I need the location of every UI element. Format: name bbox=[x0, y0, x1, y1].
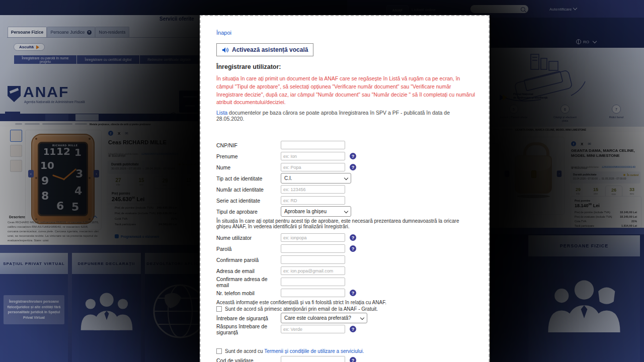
next-image-button[interactable]: › bbox=[557, 170, 561, 177]
help-icon[interactable]: ? bbox=[350, 245, 356, 252]
nume-label: Nume bbox=[216, 164, 281, 170]
panel-title-declaratii[interactable]: DEPUNERE DECLARAȚII bbox=[72, 253, 141, 274]
confirmare-parola-input[interactable] bbox=[281, 255, 345, 264]
parola-input[interactable] bbox=[281, 244, 345, 253]
tip-act-select[interactable]: C.I. bbox=[281, 173, 351, 184]
chevron-down-icon bbox=[344, 209, 348, 213]
numar-act-input[interactable] bbox=[281, 185, 345, 194]
speaker-icon bbox=[222, 47, 229, 53]
facebook-icon[interactable]: f bbox=[108, 131, 113, 136]
chevron-down-icon bbox=[360, 315, 364, 319]
people-group-icon bbox=[79, 288, 134, 331]
help-icon[interactable]: ? bbox=[350, 153, 356, 159]
search-icon bbox=[521, 7, 525, 12]
panel-title-spv[interactable]: SPAȚIUL PRIVAT VIRTUAL bbox=[0, 253, 68, 274]
help-icon[interactable]: ? bbox=[350, 290, 356, 296]
tab-persoane-fizice[interactable]: Persoane Fizice bbox=[8, 27, 47, 37]
start-price-value: 18.14000 Lei bbox=[575, 203, 641, 208]
play-icon bbox=[36, 45, 39, 49]
app-name: Licitații online bbox=[412, 8, 436, 12]
list-link[interactable]: Lista bbox=[216, 110, 227, 116]
raspuns-input[interactable] bbox=[281, 325, 345, 333]
duration-dates: 01.04.2026 - 07:00:00 → 01.05.2026 - 07:… bbox=[573, 177, 640, 180]
status-badge: În curând bbox=[623, 173, 638, 176]
nav-item[interactable] bbox=[45, 114, 68, 121]
serie-act-input[interactable] bbox=[281, 196, 345, 205]
help-icon[interactable]: ? bbox=[350, 326, 356, 332]
next-image-button[interactable]: › bbox=[94, 170, 99, 177]
email-optin-row: Sunt de acord să primesc atenționări pri… bbox=[216, 306, 473, 312]
terms-checkbox[interactable] bbox=[216, 348, 222, 354]
list-line: Lista documentelor pe baza cărora se poa… bbox=[216, 110, 473, 122]
confirmare-parola-label: Confirmare parolă bbox=[216, 257, 281, 263]
cnp-input[interactable] bbox=[281, 141, 345, 149]
registration-form: CNP/NIF Prenume? Nume? Tip act de identi… bbox=[216, 141, 473, 362]
facebook-icon[interactable]: f bbox=[571, 141, 576, 146]
listen-button[interactable]: Ascultă bbox=[14, 43, 45, 51]
product-id-value[interactable]: 1260035571000000060024 bbox=[141, 152, 178, 155]
cod-validare-input[interactable] bbox=[281, 356, 345, 362]
prenume-input[interactable] bbox=[281, 152, 345, 160]
thumbnail-3[interactable] bbox=[10, 160, 22, 172]
warning-text: În situația în care ați primit un docume… bbox=[216, 75, 475, 107]
thumbnail-3[interactable] bbox=[491, 161, 499, 169]
intrebare-label: Întrebare de siguranță bbox=[216, 315, 281, 321]
language-selector[interactable]: RO bbox=[576, 39, 596, 44]
product-title: Ceas RICHARD MILLE bbox=[108, 139, 167, 145]
thumbnail-1[interactable] bbox=[10, 130, 22, 142]
help-icon: ? bbox=[87, 30, 92, 35]
product-location: ⊕ București bbox=[571, 166, 587, 169]
register-password-button[interactable]: Înregistrare cu parolă în nume propriu bbox=[14, 55, 76, 64]
header-auth-box[interactable] bbox=[179, 90, 201, 113]
chevron-right-icon[interactable]: › bbox=[195, 233, 197, 239]
product-id-value[interactable]: 1260000058000000000140 bbox=[602, 165, 635, 168]
x-icon[interactable]: X bbox=[118, 131, 120, 136]
search-input[interactable] bbox=[470, 5, 528, 13]
prev-image-button[interactable]: ‹ bbox=[505, 170, 509, 177]
email-icon[interactable]: ✉ bbox=[125, 131, 128, 136]
x-icon[interactable]: X bbox=[581, 142, 583, 146]
confirmare-email-input[interactable] bbox=[281, 278, 345, 286]
help-icon[interactable]: ? bbox=[350, 234, 356, 241]
section-divider-band bbox=[491, 228, 644, 234]
duration-panel: Durată publicitate 30.03.2026 - 07:00:00… bbox=[108, 160, 199, 174]
breadcrumb-current: GEANTA DAMA, MARCA CELINE, MODEL MINI LI… bbox=[515, 128, 586, 131]
register-certificate-button[interactable]: Înregistrare cu certificat digital bbox=[77, 55, 139, 64]
telefon-input[interactable] bbox=[281, 289, 345, 297]
watch-image: RICHARD MILLE 11 12 1 10 9 3 8 4 6 5 bbox=[31, 134, 95, 224]
thumbnail-2[interactable] bbox=[10, 145, 22, 157]
spv-register-box[interactable]: Înregistrare/înrolare persoane fizice/ju… bbox=[4, 295, 64, 324]
login-menu[interactable]: Autentificare bbox=[549, 7, 577, 12]
anaf-logo-text: ANAF bbox=[23, 84, 69, 100]
panel-body-persoane-fizice bbox=[528, 256, 640, 362]
tip-aprobare-select[interactable]: Aprobare la ghișeu bbox=[281, 206, 351, 217]
prev-image-button[interactable]: ‹ bbox=[28, 170, 34, 177]
raspuns-label: Răspuns întrebare de siguranță bbox=[216, 323, 281, 335]
tab-persoane-juridice[interactable]: Persoane Juridice? bbox=[47, 27, 95, 37]
email-optin-checkbox[interactable] bbox=[216, 306, 222, 312]
schedule-viewing-link[interactable]: Programează o vizionare bbox=[115, 234, 159, 238]
people-group-icon bbox=[544, 275, 624, 332]
nav-item-active[interactable] bbox=[75, 114, 99, 121]
product-image-card bbox=[502, 137, 565, 215]
renew-certificate-button[interactable]: Reînnoire certificate digitale bbox=[140, 55, 199, 64]
email-input[interactable] bbox=[281, 266, 345, 275]
start-price-value: 245.63000 Lei bbox=[112, 196, 144, 202]
thumbnail-1[interactable] bbox=[491, 143, 499, 151]
description-title: Descriere bbox=[9, 215, 25, 219]
help-icon[interactable]: ? bbox=[350, 357, 356, 362]
back-link[interactable]: Înapoi bbox=[216, 30, 231, 36]
voice-assist-button[interactable]: Activează asistență vocală bbox=[216, 43, 313, 56]
email-icon[interactable]: ✉ bbox=[588, 142, 591, 146]
help-icon[interactable]: ? bbox=[350, 164, 356, 170]
anaf-header-badge[interactable]: ANAF bbox=[386, 5, 409, 15]
screen: Servicii oferite Persoane Fizice Persoan… bbox=[0, 0, 644, 362]
panel-title-persoane-fizice[interactable]: PERSOANE FIZICE bbox=[528, 235, 640, 256]
terms-link[interactable]: Termenii și condițiile de utilizare a se… bbox=[264, 348, 364, 354]
intrebare-select[interactable]: Care este culoarea preferată? bbox=[281, 313, 367, 323]
tab-non-residents[interactable]: Non-residents bbox=[95, 27, 129, 37]
nume-input[interactable] bbox=[281, 163, 345, 171]
thumbnail-2[interactable] bbox=[491, 152, 499, 160]
phone-illustration bbox=[496, 50, 591, 103]
utilizator-input[interactable] bbox=[281, 233, 345, 242]
